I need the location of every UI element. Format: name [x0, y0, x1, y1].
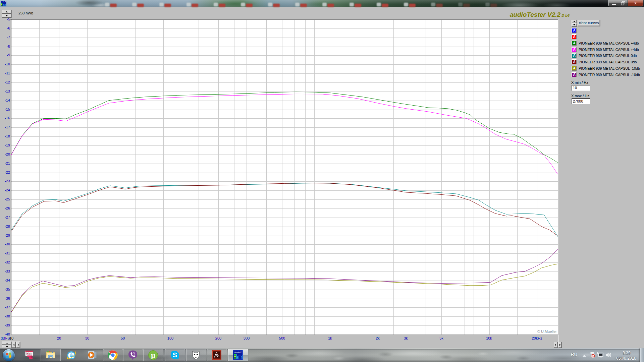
svg-text:µ: µ	[151, 351, 155, 359]
svg-text:AudioT: AudioT	[2, 1, 6, 3]
svg-text:S: S	[172, 351, 177, 359]
svg-text:AudioT: AudioT	[234, 351, 241, 354]
